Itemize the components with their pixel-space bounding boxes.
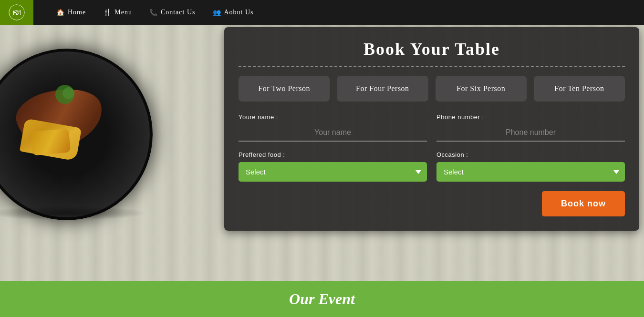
six-person-btn[interactable]: For Six Person xyxy=(436,76,527,102)
occasion-label: Occasion : xyxy=(436,151,625,158)
person-buttons: For Two Person For Four Person For Six P… xyxy=(239,76,625,102)
booking-panel: Book Your Table For Two Person For Four … xyxy=(224,27,639,231)
nav-menu[interactable]: 🍴 Menu xyxy=(94,9,141,17)
nav-contact[interactable]: 📞 Contact Us xyxy=(141,9,204,17)
two-person-btn[interactable]: For Two Person xyxy=(239,76,330,102)
plate xyxy=(0,49,153,220)
nav-about[interactable]: 👥 Aobut Us xyxy=(204,9,262,17)
food-select[interactable]: Select xyxy=(239,162,427,182)
occasion-group: Occasion : Select xyxy=(436,151,625,182)
menu-icon: 🍴 xyxy=(103,9,112,17)
food-items xyxy=(8,75,132,180)
food-label: Preffered food : xyxy=(239,151,427,158)
booking-title: Book Your Table xyxy=(239,39,625,59)
book-now-row: Book now xyxy=(239,191,625,216)
nav-links: 🏠 Home 🍴 Menu 📞 Contact Us 👥 Aobut Us xyxy=(48,9,262,17)
home-icon: 🏠 xyxy=(56,9,65,17)
book-now-button[interactable]: Book now xyxy=(542,191,625,216)
events-title: Our Event xyxy=(289,290,355,308)
logo[interactable]: 🍽 xyxy=(0,0,33,25)
phone-input[interactable] xyxy=(436,124,625,142)
four-person-btn[interactable]: For Four Person xyxy=(337,76,428,102)
occasion-select[interactable]: Select xyxy=(436,162,625,182)
svg-text:🍽: 🍽 xyxy=(13,8,21,17)
ten-person-btn[interactable]: For Ten Person xyxy=(534,76,625,102)
nav-home[interactable]: 🏠 Home xyxy=(48,9,94,17)
name-input[interactable] xyxy=(239,124,427,142)
divider xyxy=(239,66,625,67)
name-phone-row: Youre name : Phone number : xyxy=(239,113,625,142)
food-occasion-row: Preffered food : Select Occasion : Selec… xyxy=(239,151,625,182)
navbar: 🍽 🏠 Home 🍴 Menu 📞 Contact Us 👥 Aobut Us xyxy=(0,0,644,25)
events-section: Our Event xyxy=(0,281,644,317)
name-label: Youre name : xyxy=(239,113,427,121)
name-group: Youre name : xyxy=(239,113,427,142)
food-image xyxy=(0,34,181,273)
main-area: Book Your Table For Two Person For Four … xyxy=(0,25,644,281)
phone-label: Phone number : xyxy=(436,113,625,121)
phone-icon: 📞 xyxy=(149,9,158,17)
phone-group: Phone number : xyxy=(436,113,625,142)
food-group: Preffered food : Select xyxy=(239,151,427,182)
about-icon: 👥 xyxy=(213,9,221,17)
plate-shadow xyxy=(0,206,148,220)
